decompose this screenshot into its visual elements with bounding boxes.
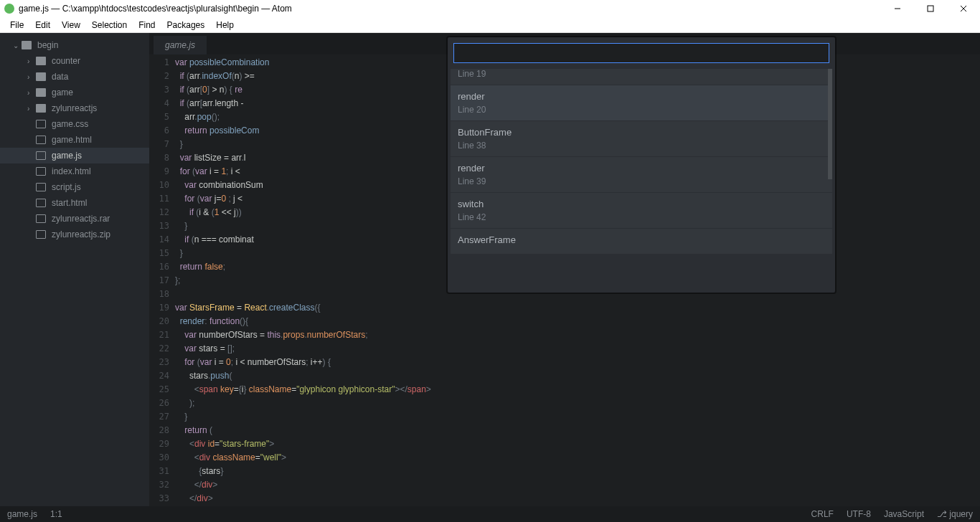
palette-item[interactable]: switch Line 42 [451, 193, 832, 228]
menu-edit[interactable]: Edit [29, 17, 56, 33]
tree-file[interactable]: zylunreactjs.rar [0, 211, 149, 227]
command-palette: Line 19 render Line 20 ButtonFrame Line … [446, 36, 837, 294]
tree-folder[interactable]: ›zylunreactjs [0, 100, 149, 116]
main-area: ⌄ begin ›counter ›data ›game ›zylunreact… [0, 33, 980, 506]
tree-folder[interactable]: ›game [0, 85, 149, 100]
chevron-right-icon: › [27, 57, 33, 65]
maximize-button[interactable] [914, 0, 947, 17]
tree-view[interactable]: ⌄ begin ›counter ›data ›game ›zylunreact… [0, 33, 149, 506]
status-line-ending[interactable]: CRLF [811, 509, 834, 519]
file-icon [36, 151, 46, 160]
palette-input[interactable] [453, 43, 829, 63]
file-icon [36, 214, 46, 223]
file-icon [36, 136, 46, 144]
close-button[interactable] [947, 0, 980, 17]
window-controls [881, 0, 980, 17]
chevron-down-icon: ⌄ [13, 42, 19, 49]
status-encoding[interactable]: UTF-8 [847, 509, 871, 519]
menu-find[interactable]: Find [133, 17, 161, 33]
tree-folder[interactable]: ›counter [0, 53, 149, 69]
chevron-right-icon: › [27, 73, 33, 81]
folder-icon [22, 41, 32, 49]
status-cursor-position[interactable]: 1:1 [50, 509, 62, 519]
tab[interactable]: game.js [154, 36, 207, 54]
menu-view[interactable]: View [56, 17, 86, 33]
file-icon [36, 120, 46, 128]
tree-root-label: begin [37, 40, 58, 50]
status-grammar[interactable]: JavaScript [884, 509, 924, 519]
folder-icon [36, 57, 46, 65]
status-bar: game.js 1:1 CRLF UTF-8 JavaScript jquery [0, 506, 980, 522]
tree-folder[interactable]: ›data [0, 69, 149, 85]
gutter: 1234 5678 9101112 13141516 17181920 2122… [149, 54, 175, 506]
tree-file[interactable]: index.html [0, 163, 149, 179]
tree-file[interactable]: game.html [0, 132, 149, 148]
tree-file[interactable]: start.html [0, 195, 149, 211]
editor-area: game.js 1234 5678 9101112 13141516 17181… [149, 33, 980, 506]
tree-file[interactable]: script.js [0, 179, 149, 195]
menubar: File Edit View Selection Find Packages H… [0, 17, 980, 33]
svg-rect-1 [928, 6, 933, 11]
menu-file[interactable]: File [4, 17, 29, 33]
chevron-right-icon: › [27, 105, 33, 113]
palette-item[interactable]: Line 19 [451, 69, 832, 85]
tree-root[interactable]: ⌄ begin [0, 37, 149, 53]
minimize-button[interactable] [881, 0, 914, 17]
palette-item[interactable]: render Line 39 [451, 157, 832, 192]
tree-file[interactable]: zylunreactjs.zip [0, 227, 149, 242]
scrollbar[interactable] [828, 69, 832, 179]
menu-packages[interactable]: Packages [161, 17, 211, 33]
atom-icon [4, 4, 14, 14]
tree-file[interactable]: game.css [0, 116, 149, 132]
folder-icon [36, 104, 46, 113]
chevron-right-icon: › [27, 89, 33, 97]
file-icon [36, 183, 46, 191]
file-icon [36, 230, 46, 239]
folder-icon [36, 88, 46, 97]
status-file[interactable]: game.js [7, 509, 37, 519]
palette-list[interactable]: Line 19 render Line 20 ButtonFrame Line … [451, 69, 832, 290]
titlebar: game.js — C:\xampp\htdocs\testcodes\reac… [0, 0, 980, 17]
window-title: game.js — C:\xampp\htdocs\testcodes\reac… [19, 4, 292, 14]
menu-help[interactable]: Help [210, 17, 240, 33]
tree-file-selected[interactable]: game.js [0, 148, 149, 163]
file-icon [36, 199, 46, 207]
palette-item[interactable]: AnswerFrame [451, 229, 832, 254]
file-icon [36, 167, 46, 176]
status-git-branch[interactable]: jquery [937, 509, 973, 519]
palette-item[interactable]: ButtonFrame Line 38 [451, 121, 832, 156]
menu-selection[interactable]: Selection [86, 17, 133, 33]
folder-icon [36, 72, 46, 81]
palette-item[interactable]: render Line 20 [451, 85, 832, 120]
